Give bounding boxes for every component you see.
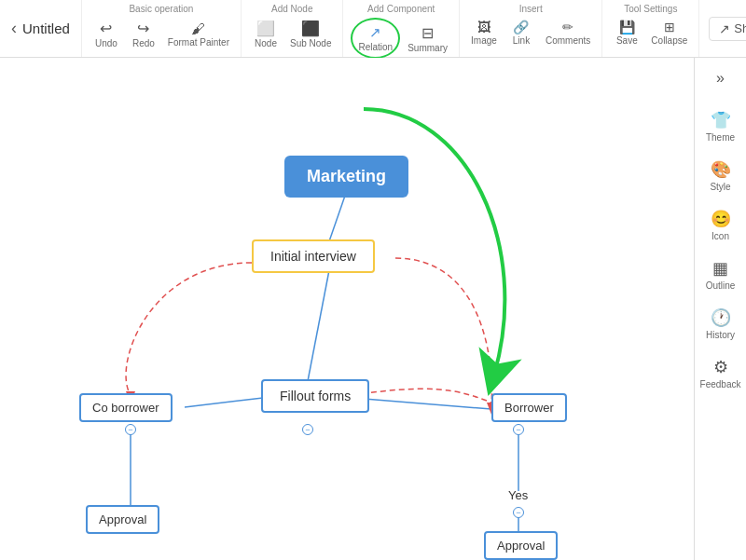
sidebar-item-history[interactable]: 🕐 History <box>698 302 743 346</box>
node-fillout-forms[interactable]: Fillout forms <box>261 379 369 413</box>
node-borrower[interactable]: Borrower <box>491 393 567 422</box>
app-title: Untitled <box>22 20 70 36</box>
comments-label: Comments <box>546 35 590 46</box>
group-items-tool-settings: 💾 Save ⊞ Collapse <box>610 18 691 48</box>
sidebar-item-style[interactable]: 🎨 Style <box>698 154 743 198</box>
node-icon: ⬜ <box>256 20 275 37</box>
save-label: Save <box>616 35 638 46</box>
format-painter-icon: 🖌 <box>191 20 205 36</box>
icon-icon: 😊 <box>711 209 731 229</box>
main: Marketing Initial interview Fillout form… <box>0 58 746 560</box>
summary-icon: ⊟ <box>421 24 434 42</box>
group-items-insert: 🖼 Image 🔗 Link ✏ Comments <box>467 18 594 48</box>
share-button[interactable]: ↗ Share <box>709 17 746 41</box>
toolbar-left: ‹ Untitled <box>0 0 82 57</box>
subnode-icon: ⬛ <box>301 20 320 37</box>
toolbar-group-insert: Insert 🖼 Image 🔗 Link ✏ Comments <box>460 0 602 57</box>
collapse-dot-borrower[interactable]: − <box>513 424 524 435</box>
sidebar-item-feedback[interactable]: ⚙ Feedback <box>698 351 743 395</box>
collapse-dot-fillout[interactable]: − <box>302 424 313 435</box>
comments-button[interactable]: ✏ Comments <box>542 18 594 48</box>
sidebar-collapse-button[interactable]: » <box>708 65 734 91</box>
style-icon: 🎨 <box>711 159 731 180</box>
icon-label: Icon <box>711 231 729 241</box>
redo-icon: ↪ <box>137 20 149 37</box>
node-approval-right[interactable]: Approval <box>484 531 558 560</box>
redo-label: Redo <box>132 38 155 48</box>
link-icon: 🔗 <box>513 20 529 34</box>
svg-line-0 <box>329 196 345 241</box>
link-button[interactable]: 🔗 Link <box>504 18 538 48</box>
comments-icon: ✏ <box>562 20 573 34</box>
image-icon: 🖼 <box>477 20 490 34</box>
group-label-tool-settings: Tool Settings <box>624 4 677 14</box>
feedback-label: Feedback <box>700 379 741 389</box>
share-label: Share <box>734 21 746 35</box>
history-label: History <box>706 330 735 340</box>
collapse-button[interactable]: ⊞ Collapse <box>647 18 691 48</box>
toolbar-group-add-node: Add Node ⬜ Node ⬛ Sub Node <box>242 0 343 57</box>
node-initial-interview[interactable]: Initial interview <box>252 239 375 273</box>
group-label-add-component: Add Component <box>367 4 435 14</box>
collapse-icon: ⊞ <box>664 20 675 34</box>
image-button[interactable]: 🖼 Image <box>467 18 501 48</box>
redo-button[interactable]: ↪ Redo <box>127 18 160 50</box>
toolbar-right: ↗ Share 📤 Export <box>699 0 746 57</box>
toolbar-groups: Basic operation ↩ Undo ↪ Redo 🖌 Format P… <box>82 0 699 57</box>
undo-label: Undo <box>95 38 117 48</box>
group-label-insert: Insert <box>519 4 543 14</box>
relation-icon: ↗ <box>369 24 381 41</box>
summary-label: Summary <box>408 43 448 53</box>
canvas[interactable]: Marketing Initial interview Fillout form… <box>0 58 694 560</box>
toolbar-group-add-component: Add Component ↗ Relation ⊟ Summary <box>343 0 460 57</box>
node-coborrower[interactable]: Co borrower <box>79 393 173 422</box>
collapse-dot-coborrower[interactable]: − <box>125 424 136 435</box>
svg-line-2 <box>185 398 263 407</box>
toolbar-group-tool-settings: Tool Settings 💾 Save ⊞ Collapse <box>602 0 699 57</box>
subnode-label: Sub Node <box>290 38 331 48</box>
format-painter-button[interactable]: 🖌 Format Painter <box>164 19 233 49</box>
save-icon: 💾 <box>619 20 635 34</box>
link-label: Link <box>513 35 530 46</box>
group-label-add-node: Add Node <box>271 4 312 14</box>
group-items-basic: ↩ Undo ↪ Redo 🖌 Format Painter <box>90 18 233 50</box>
svg-line-3 <box>352 398 491 409</box>
style-label: Style <box>710 182 730 192</box>
sidebar-item-outline[interactable]: ▦ Outline <box>698 253 743 296</box>
share-icon: ↗ <box>719 21 730 36</box>
outline-label: Outline <box>706 280 736 291</box>
save-button[interactable]: 💾 Save <box>610 18 643 48</box>
node-marketing[interactable]: Marketing <box>284 156 408 198</box>
summary-button[interactable]: ⊟ Summary <box>404 22 451 55</box>
group-label-basic: Basic operation <box>129 4 193 14</box>
node-button[interactable]: ⬜ Node <box>249 18 283 50</box>
sidebar-item-icon[interactable]: 😊 Icon <box>698 203 743 247</box>
theme-label: Theme <box>706 132 735 143</box>
subnode-button[interactable]: ⬛ Sub Node <box>286 18 335 50</box>
node-label: Node <box>255 38 277 48</box>
relation-button[interactable]: ↗ Relation <box>351 18 400 59</box>
relation-label: Relation <box>358 42 393 52</box>
green-arrow-svg <box>0 58 694 560</box>
group-items-add-component: ↗ Relation ⊟ Summary <box>351 18 451 59</box>
image-label: Image <box>471 35 497 46</box>
sidebar-item-theme[interactable]: 👕 Theme <box>698 104 743 148</box>
toolbar-group-basic: Basic operation ↩ Undo ↪ Redo 🖌 Format P… <box>82 0 242 57</box>
group-items-add-node: ⬜ Node ⬛ Sub Node <box>249 18 335 50</box>
outline-icon: ▦ <box>712 258 728 279</box>
history-icon: 🕐 <box>711 307 731 328</box>
sidebar-right: » 👕 Theme 🎨 Style 😊 Icon ▦ Outline 🕐 His… <box>694 58 746 560</box>
undo-icon: ↩ <box>100 20 112 37</box>
connections-svg <box>0 58 694 560</box>
format-painter-label: Format Painter <box>168 37 229 48</box>
collapse-dot-yes[interactable]: − <box>513 507 524 518</box>
svg-line-1 <box>308 270 329 381</box>
toolbar: ‹ Untitled Basic operation ↩ Undo ↪ Redo… <box>0 0 746 58</box>
collapse-label: Collapse <box>651 35 687 46</box>
back-button[interactable]: ‹ <box>11 19 17 38</box>
node-yes[interactable]: Yes <box>508 488 528 502</box>
theme-icon: 👕 <box>711 110 731 130</box>
feedback-icon: ⚙ <box>713 357 728 377</box>
undo-button[interactable]: ↩ Undo <box>90 18 123 50</box>
node-approval-left[interactable]: Approval <box>86 505 159 534</box>
